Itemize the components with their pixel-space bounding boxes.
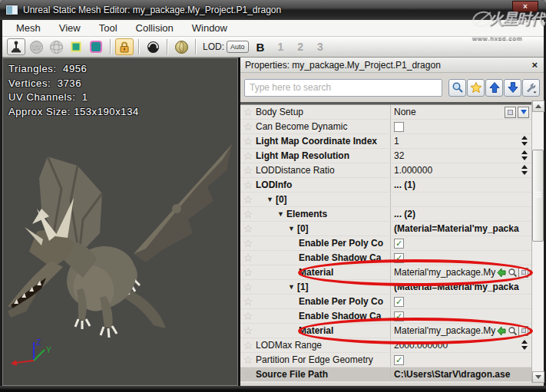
favorites-button[interactable] <box>467 79 485 97</box>
menu-mesh[interactable]: Mesh <box>7 21 50 35</box>
favorite-star-icon[interactable]: ☆ <box>240 367 256 381</box>
favorite-star-icon[interactable]: ☆ <box>240 207 256 221</box>
property-row-material-1[interactable]: ☆ Material Material'my_package.My <box>240 324 531 338</box>
window-close-button[interactable]: × <box>512 1 538 12</box>
expand-arrow-icon[interactable]: ▼ <box>288 280 295 294</box>
property-row-enable-shadow-casting[interactable]: ☆ Enable Shadow Ca ✓ <box>240 309 531 324</box>
checkbox[interactable]: ✓ <box>394 311 404 321</box>
property-row-enable-shadow-casting[interactable]: ☆ Enable Shadow Ca ✓ <box>240 251 531 265</box>
property-row-light-map-resolution[interactable]: ☆ Light Map Resolution 32 <box>240 149 531 163</box>
favorite-star-icon[interactable]: ☆ <box>240 251 256 265</box>
lod-level-1-button[interactable]: 1 <box>277 41 283 53</box>
spinner-up-icon <box>521 340 528 344</box>
use-selected-asset-icon[interactable] <box>497 326 507 336</box>
favorite-star-icon[interactable]: ☆ <box>240 134 256 148</box>
stat-vertices: Vertices: 3736 <box>8 77 139 91</box>
stat-triangles: Triangles: 4956 <box>8 62 139 77</box>
properties-close-button[interactable]: × <box>530 59 539 71</box>
search-input[interactable] <box>244 79 442 97</box>
favorite-star-icon[interactable]: ☆ <box>240 105 256 119</box>
textured-view-button[interactable] <box>87 38 105 55</box>
checkbox[interactable]: ✓ <box>394 253 404 263</box>
clear-asset-button[interactable] <box>518 326 528 336</box>
toolbar-separator <box>110 39 111 54</box>
favorite-star-icon[interactable]: ☆ <box>240 265 256 279</box>
lightmap-button[interactable] <box>172 38 190 55</box>
lod-base-button[interactable]: B <box>256 41 265 54</box>
favorite-star-icon[interactable]: ☆ <box>240 120 256 133</box>
property-row-source-file-path[interactable]: ☆ Source File Path C:\Users\StarV\dragon… <box>240 367 531 382</box>
property-row-enable-per-poly-collision[interactable]: ☆ Enable Per Poly Co ✓ <box>240 236 531 251</box>
menu-collision[interactable]: Collision <box>127 21 183 35</box>
property-row-loddistance-ratio[interactable]: ☆ LODDistance Ratio 1.000000 <box>240 163 531 178</box>
axis-gizmo: Z Y <box>9 336 58 370</box>
property-row-enable-per-poly-collision[interactable]: ☆ Enable Per Poly Co ✓ <box>240 295 531 309</box>
favorite-star-icon[interactable]: ☆ <box>240 178 256 192</box>
value-spinner[interactable] <box>521 136 528 146</box>
checkbox[interactable]: ✓ <box>394 355 404 365</box>
property-row-lodinfo[interactable]: ☆ LODInfo ... (1) <box>240 178 531 193</box>
move-down-button[interactable] <box>504 79 521 97</box>
value-spinner[interactable] <box>521 165 528 175</box>
properties-header[interactable]: Properties: my_package.My_Project.P1_dra… <box>240 58 544 73</box>
expand-arrow-icon[interactable]: ▼ <box>266 193 273 206</box>
favorites-star-icon <box>470 81 482 94</box>
expand-arrow-icon[interactable]: ▼ <box>277 207 284 221</box>
lod-auto-button[interactable]: Auto <box>227 41 249 53</box>
clear-asset-button[interactable] <box>518 268 528 278</box>
menu-view[interactable]: View <box>50 21 90 35</box>
orbit-camera-button[interactable] <box>144 38 162 55</box>
mesh-viewport[interactable]: Triangles: 4956 Vertices: 3736 UV Channe… <box>2 58 238 386</box>
options-button[interactable] <box>522 79 540 97</box>
checkbox[interactable]: ✓ <box>394 297 404 307</box>
expand-arrow-icon[interactable]: ▼ <box>288 222 295 236</box>
property-row-elements[interactable]: ☆ ▼Elements ... (2) <box>240 207 531 222</box>
favorite-star-icon[interactable]: ☆ <box>240 236 256 250</box>
checkbox[interactable] <box>394 122 404 132</box>
property-row-light-map-coordinate-index[interactable]: ☆ Light Map Coordinate Index 1 <box>240 134 531 149</box>
find-in-browser-icon[interactable] <box>508 268 518 278</box>
favorite-star-icon[interactable]: ☆ <box>240 295 256 308</box>
property-row-body-setup[interactable]: ☆ Body Setup None <box>240 105 531 120</box>
checkbox[interactable]: ✓ <box>394 239 404 249</box>
show-object-button[interactable] <box>505 107 516 118</box>
plunger-tool-button[interactable] <box>7 38 25 55</box>
menu-window[interactable]: Window <box>183 21 237 35</box>
property-row-element-0[interactable]: ☆ ▼[0] (Material=Material'my_packa <box>240 222 531 236</box>
properties-scrollbar[interactable] <box>531 100 544 383</box>
lod-level-2-button[interactable]: 2 <box>297 41 303 53</box>
uv-view-button[interactable]: UV <box>27 38 45 55</box>
spinner-down-icon <box>521 346 528 350</box>
favorite-star-icon[interactable]: ☆ <box>240 309 256 323</box>
title-bar[interactable]: Unreal Static Mesh Editor: my_package.My… <box>0 0 546 20</box>
favorite-star-icon[interactable]: ☆ <box>240 163 256 177</box>
favorite-star-icon[interactable]: ☆ <box>240 280 256 294</box>
property-row-element-1[interactable]: ☆ ▼[1] (Material=Material'my_packa <box>240 280 531 295</box>
favorite-star-icon[interactable]: ☆ <box>240 222 256 236</box>
favorite-star-icon[interactable]: ☆ <box>240 193 256 206</box>
property-row-lod-0[interactable]: ☆ ▼[0] <box>240 193 531 207</box>
solid-view-button[interactable] <box>67 38 85 55</box>
scroll-down-button[interactable] <box>532 371 544 383</box>
lod-level-3-button[interactable]: 3 <box>317 41 323 53</box>
scroll-up-button[interactable] <box>532 100 544 112</box>
search-button[interactable] <box>448 79 466 97</box>
property-row-partition-for-edge-geometry[interactable]: ☆ Partition For Edge Geometry ✓ <box>240 353 531 367</box>
property-row-can-become-dynamic[interactable]: ☆ Can Become Dynamic <box>240 120 531 134</box>
wireframe-view-button[interactable] <box>47 38 65 55</box>
favorite-star-icon[interactable]: ☆ <box>240 338 256 352</box>
favorite-star-icon[interactable]: ☆ <box>240 149 256 163</box>
scrollbar-thumb[interactable] <box>532 150 544 242</box>
menu-tool[interactable]: Tool <box>90 21 127 35</box>
value-spinner[interactable] <box>521 340 528 350</box>
use-selected-asset-icon[interactable] <box>497 268 507 278</box>
favorite-star-icon[interactable]: ☆ <box>240 353 256 367</box>
move-up-button[interactable] <box>485 79 503 97</box>
favorite-star-icon[interactable]: ☆ <box>240 324 256 338</box>
object-dropdown-button[interactable] <box>518 107 529 118</box>
property-row-material-0[interactable]: ☆ Material Material'my_package.My <box>240 265 531 280</box>
camera-lock-button[interactable] <box>115 38 134 55</box>
property-row-lodmax-range[interactable]: ☆ LODMax Range 2000.000000 <box>240 338 531 353</box>
value-spinner[interactable] <box>521 150 528 160</box>
find-in-browser-icon[interactable] <box>508 326 518 336</box>
